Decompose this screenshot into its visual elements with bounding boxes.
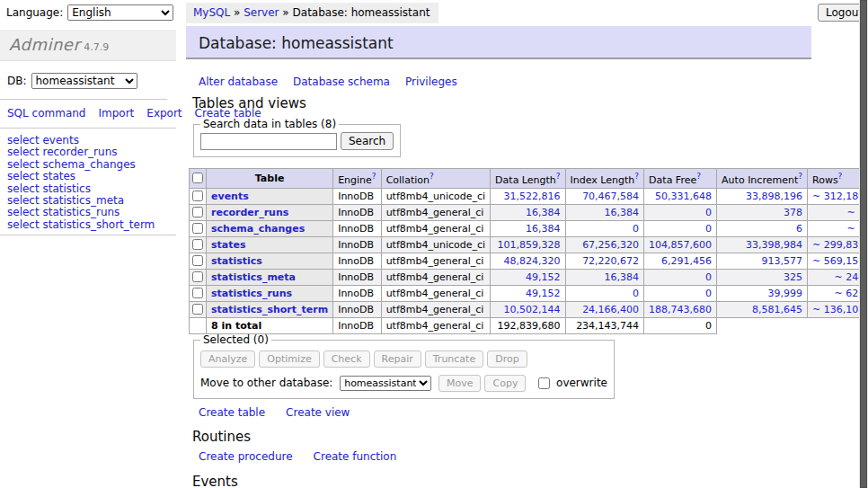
index-length-link[interactable]: 70,467,584 <box>582 191 639 202</box>
sidebar-item-select-recorder-runs[interactable]: select recorder_runs <box>7 146 169 158</box>
table-link-states[interactable]: states <box>211 239 246 251</box>
row-select-cell <box>190 301 207 317</box>
auto-increment-link[interactable]: 378 <box>784 207 802 218</box>
index-length-link[interactable]: 16,384 <box>605 271 640 283</box>
table-link-statistics-runs[interactable]: statistics_runs <box>211 288 292 299</box>
row-checkbox[interactable] <box>192 255 203 266</box>
nav-link-database-schema[interactable]: Database schema <box>293 75 390 88</box>
sidebar-item-select-statistics[interactable]: select statistics <box>7 183 169 195</box>
breadcrumb-link-mysql[interactable]: MySQL <box>193 6 230 19</box>
table-row: statisticsInnoDButf8mb4_general_ci48,824… <box>190 253 868 269</box>
table-link-statistics[interactable]: statistics <box>211 255 262 267</box>
collation-cell: utf8mb4_unicode_ci <box>381 236 490 253</box>
footer-link-create-view[interactable]: Create view <box>286 406 350 419</box>
row-checkbox[interactable] <box>192 191 203 201</box>
language-select[interactable]: English <box>67 4 173 21</box>
sidebar-action-import[interactable]: Import <box>98 107 134 120</box>
data-free-link[interactable]: 50,331,648 <box>655 191 712 202</box>
help-link[interactable]: ? <box>634 172 639 181</box>
help-link[interactable]: ? <box>556 172 561 181</box>
row-checkbox[interactable] <box>192 207 203 217</box>
row-checkbox[interactable] <box>192 239 203 250</box>
auto-increment-link[interactable]: 33,398,984 <box>746 239 802 251</box>
optimize-button[interactable]: Optimize <box>259 350 319 368</box>
auto-increment-link[interactable]: 8,581,645 <box>752 304 802 315</box>
auto-increment-link[interactable]: 6 <box>796 223 802 235</box>
index-length-link[interactable]: 67,256,320 <box>582 239 639 251</box>
index-length-link[interactable]: 16,384 <box>605 207 640 218</box>
data-free-link[interactable]: 0 <box>705 207 712 218</box>
nav-link-alter-database[interactable]: Alter database <box>199 75 278 88</box>
data-length-link[interactable]: 16,384 <box>526 207 561 218</box>
table-link-statistics-short-term[interactable]: statistics_short_term <box>211 304 328 315</box>
copy-button[interactable]: Copy <box>484 375 526 392</box>
search-button[interactable]: Search <box>341 132 394 150</box>
sidebar-item-select-statistics-short-term[interactable]: select statistics_short_term <box>7 219 169 231</box>
index-length-link[interactable]: 0 <box>633 288 639 299</box>
sidebar-item-select-states[interactable]: select states <box>7 171 169 182</box>
index-length-link[interactable]: 0 <box>633 223 639 235</box>
data-length-link[interactable]: 49,152 <box>526 271 561 283</box>
help-link[interactable]: ? <box>430 172 434 181</box>
sidebar-item-select-statistics-meta[interactable]: select statistics_meta <box>7 195 169 207</box>
data-free-link[interactable]: 6,291,456 <box>661 255 712 267</box>
table-name-cell: statistics_short_term <box>207 301 333 317</box>
row-checkbox[interactable] <box>192 288 203 298</box>
breadcrumb-link-server[interactable]: Server <box>244 6 279 19</box>
nav-link-privileges[interactable]: Privileges <box>405 75 457 88</box>
sidebar-item-select-events[interactable]: select events <box>7 135 169 146</box>
move-db-select[interactable]: homeassistant <box>340 376 431 391</box>
data-length-link[interactable]: 101,859,328 <box>498 239 561 251</box>
data-length-link[interactable]: 31,522,816 <box>504 191 561 202</box>
routine-link-create-procedure[interactable]: Create procedure <box>199 450 293 463</box>
data-length-link[interactable]: 10,502,144 <box>504 304 561 315</box>
db-select[interactable]: homeassistant <box>31 73 137 89</box>
search-input[interactable] <box>200 133 337 150</box>
data-free-link[interactable]: 104,857,600 <box>649 239 712 251</box>
row-checkbox[interactable] <box>192 223 203 234</box>
rows-count-link[interactable]: ~ 569,159 <box>812 255 864 267</box>
adminer-logo[interactable]: Adminer <box>9 35 80 54</box>
row-checkbox[interactable] <box>192 304 203 315</box>
move-button[interactable]: Move <box>438 375 482 392</box>
auto-increment-link[interactable]: 33,898,196 <box>746 191 802 202</box>
drop-button[interactable]: Drop <box>487 350 527 368</box>
help-link[interactable]: ? <box>798 172 802 181</box>
data-free-link[interactable]: 0 <box>705 288 712 299</box>
table-link-events[interactable]: events <box>211 191 249 202</box>
auto-increment-link[interactable]: 39,999 <box>768 288 803 299</box>
check-button[interactable]: Check <box>323 350 370 368</box>
analyze-button[interactable]: Analyze <box>200 350 255 368</box>
footer-link-create-table[interactable]: Create table <box>199 406 265 419</box>
rows-count-link[interactable]: ~ 312,180 <box>812 191 864 202</box>
table-link-schema-changes[interactable]: schema_changes <box>211 223 305 235</box>
data-free-link[interactable]: 0 <box>705 223 712 235</box>
index-length-link[interactable]: 24,166,400 <box>582 304 639 315</box>
data-free-link[interactable]: 0 <box>705 271 712 283</box>
routine-link-create-function[interactable]: Create function <box>314 450 397 463</box>
help-link[interactable]: ? <box>696 172 701 181</box>
data-length-link[interactable]: 48,824,320 <box>504 255 561 267</box>
data-length-link[interactable]: 16,384 <box>526 223 561 235</box>
data-free-link[interactable]: 188,743,680 <box>649 304 712 315</box>
table-link-statistics-meta[interactable]: statistics_meta <box>211 271 296 283</box>
index-length-link[interactable]: 72,220,672 <box>582 255 639 267</box>
scrollbar-thumb[interactable] <box>860 0 867 488</box>
overwrite-checkbox[interactable] <box>538 377 550 389</box>
rows-count-link[interactable]: ~ 136,108 <box>812 304 864 315</box>
rows-count-link[interactable]: ~ 299,833 <box>812 239 864 251</box>
auto-increment-link[interactable]: 913,577 <box>762 255 803 267</box>
truncate-button[interactable]: Truncate <box>425 350 483 368</box>
sidebar-item-select-statistics-runs[interactable]: select statistics_runs <box>7 207 169 218</box>
help-link[interactable]: ? <box>838 172 843 181</box>
row-checkbox[interactable] <box>192 271 203 282</box>
help-link[interactable]: ? <box>372 172 376 181</box>
sidebar-item-select-schema-changes[interactable]: select schema_changes <box>7 159 169 171</box>
select-all-checkbox[interactable] <box>192 173 203 183</box>
sidebar-action-export[interactable]: Export <box>146 107 182 120</box>
auto-increment-link[interactable]: 325 <box>784 271 802 283</box>
table-link-recorder-runs[interactable]: recorder_runs <box>211 207 288 218</box>
data-length-link[interactable]: 49,152 <box>526 288 561 299</box>
repair-button[interactable]: Repair <box>374 350 421 368</box>
sidebar-action-sql-command[interactable]: SQL command <box>7 107 85 120</box>
